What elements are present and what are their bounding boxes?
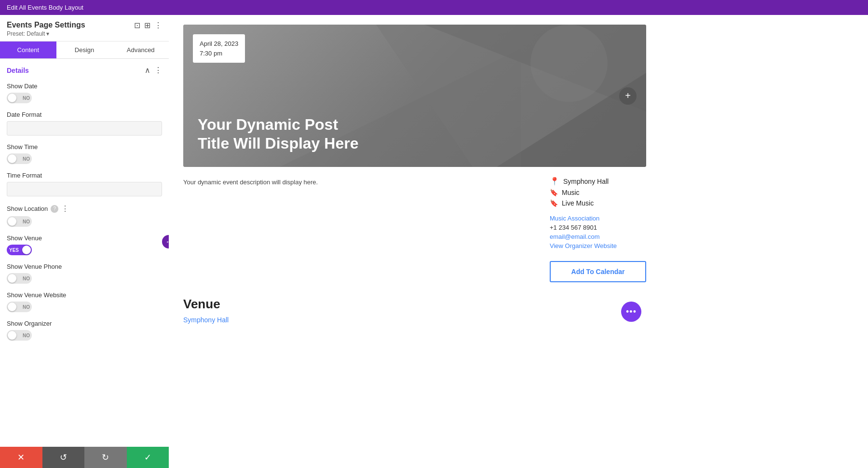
sidebar: Events Page Settings Preset: Default ▾ ⊡… — [0, 15, 169, 468]
svg-marker-0 — [376, 25, 646, 167]
category-icon-live-music: 🔖 — [550, 199, 558, 207]
organizer-name-link[interactable]: Music Association — [550, 215, 646, 222]
show-location-help-icon[interactable]: ? — [51, 205, 58, 213]
show-venue-website-toggle[interactable]: NO — [7, 302, 32, 312]
tab-advanced[interactable]: Advanced — [112, 41, 169, 58]
event-location: Symphony Hall — [563, 178, 609, 185]
undo-button[interactable]: ↺ — [42, 447, 85, 468]
show-venue-phone-toggle[interactable]: NO — [7, 273, 32, 284]
show-location-toggle[interactable]: NO — [7, 216, 32, 227]
collapse-icon[interactable]: ∧ — [145, 66, 150, 75]
event-location-item: 📍 Symphony Hall — [550, 177, 646, 186]
organizer-email-link[interactable]: email@email.com — [550, 233, 646, 240]
sidebar-content: Details ∧ ⋮ Show Date NO Date Fo — [0, 59, 169, 447]
show-organizer-toggle[interactable]: NO — [7, 330, 32, 341]
show-location-more-icon[interactable]: ⋮ — [61, 204, 69, 213]
event-category-music-label: Music — [562, 189, 580, 196]
setting-show-organizer: Show Organizer NO — [0, 316, 169, 344]
save-button[interactable]: ✓ — [127, 447, 169, 468]
setting-show-venue: Show Venue YES — [0, 231, 169, 259]
section-actions: ∧ ⋮ — [145, 66, 162, 75]
add-button[interactable]: + — [619, 87, 637, 105]
setting-time-format: Time Format — [0, 168, 169, 200]
show-venue-website-label: Show Venue Website — [7, 291, 162, 299]
section-more-icon[interactable]: ⋮ — [154, 66, 162, 75]
preview-icon[interactable]: ⊡ — [134, 21, 140, 30]
sidebar-header-icons: ⊡ ⊞ ⋮ — [134, 21, 162, 30]
show-organizer-label: Show Organizer — [7, 320, 162, 327]
organizer-phone: +1 234 567 8901 — [550, 224, 646, 231]
show-time-toggle[interactable]: NO — [7, 153, 32, 164]
main-content: April 28, 2023 7:30 pm Your Dynamic Post… — [169, 15, 868, 468]
layout-icon[interactable]: ⊞ — [144, 21, 150, 30]
save-icon: ✓ — [144, 452, 151, 463]
close-button[interactable]: ✕ — [0, 447, 42, 468]
close-icon: ✕ — [17, 452, 25, 463]
setting-show-time: Show Time NO — [0, 139, 169, 168]
tab-content[interactable]: Content — [0, 41, 56, 58]
category-icon-music: 🔖 — [550, 189, 558, 196]
add-to-calendar-button[interactable]: Add To Calendar — [550, 261, 646, 282]
show-venue-phone-label: Show Venue Phone — [7, 263, 162, 270]
topbar-title: Edit All Events Body Layout — [7, 4, 83, 11]
event-sidebar-info: 📍 Symphony Hall 🔖 Music 🔖 Live Music Mus… — [550, 177, 646, 282]
venue-name-link[interactable]: Symphony Hall — [183, 316, 229, 324]
time-format-label: Time Format — [7, 172, 162, 179]
details-section-title: Details — [7, 67, 29, 74]
location-icon: 📍 — [550, 177, 559, 186]
svg-point-3 — [530, 25, 608, 102]
sidebar-header: Events Page Settings Preset: Default ▾ ⊡… — [0, 15, 169, 41]
event-date-badge: April 28, 2023 7:30 pm — [193, 34, 245, 63]
undo-icon: ↺ — [60, 452, 67, 463]
show-date-label: Show Date — [7, 83, 162, 90]
setting-show-venue-website: Show Venue Website NO — [0, 288, 169, 316]
details-section-header: Details ∧ ⋮ — [0, 59, 169, 79]
event-body: Your dynamic event description will disp… — [183, 177, 646, 282]
time-format-input[interactable] — [7, 182, 162, 196]
redo-icon: ↻ — [102, 452, 109, 463]
more-options-icon[interactable]: ⋮ — [154, 21, 162, 30]
setting-date-format: Date Format — [0, 107, 169, 139]
show-venue-label: Show Venue — [7, 234, 162, 242]
date-format-input[interactable] — [7, 121, 162, 136]
event-category-live-music-label: Live Music — [562, 199, 594, 207]
setting-show-venue-phone: Show Venue Phone NO — [0, 259, 169, 288]
organizer-website-link[interactable]: View Organizer Website — [550, 242, 646, 249]
venue-section-title: Venue — [183, 297, 646, 312]
setting-show-date: Show Date NO — [0, 79, 169, 107]
dots-icon: ••• — [626, 307, 637, 317]
show-date-toggle[interactable]: NO — [7, 93, 32, 103]
tab-design[interactable]: Design — [56, 41, 113, 58]
event-title: Your Dynamic Post Title Will Display Her… — [198, 116, 358, 151]
svg-marker-1 — [424, 25, 646, 111]
event-time: 7:30 pm — [200, 49, 238, 58]
event-description: Your dynamic event description will disp… — [183, 177, 535, 282]
event-category-music: 🔖 Music — [550, 189, 646, 196]
event-date: April 28, 2023 — [200, 39, 238, 49]
date-format-label: Date Format — [7, 111, 162, 118]
sidebar-preset: Preset: Default ▾ — [7, 30, 162, 37]
event-organizer: Music Association +1 234 567 8901 email@… — [550, 215, 646, 249]
venue-section: Venue Symphony Hall ••• — [183, 297, 646, 324]
floating-dots-button[interactable]: ••• — [621, 302, 641, 322]
show-time-label: Show Time — [7, 143, 162, 151]
setting-show-location: Show Location ? ⋮ NO — [0, 200, 169, 231]
event-category-live-music: 🔖 Live Music — [550, 199, 646, 207]
show-venue-toggle[interactable]: YES — [7, 245, 32, 255]
event-hero-image: April 28, 2023 7:30 pm Your Dynamic Post… — [183, 25, 646, 167]
tabs: Content Design Advanced — [0, 41, 169, 59]
redo-button[interactable]: ↻ — [84, 447, 127, 468]
top-bar: Edit All Events Body Layout — [0, 0, 868, 15]
show-location-label: Show Location ? ⋮ — [7, 204, 162, 213]
bottom-toolbar: ✕ ↺ ↻ ✓ — [0, 447, 169, 468]
svg-marker-2 — [497, 73, 646, 167]
event-title-overlay: Your Dynamic Post Title Will Display Her… — [198, 115, 362, 152]
